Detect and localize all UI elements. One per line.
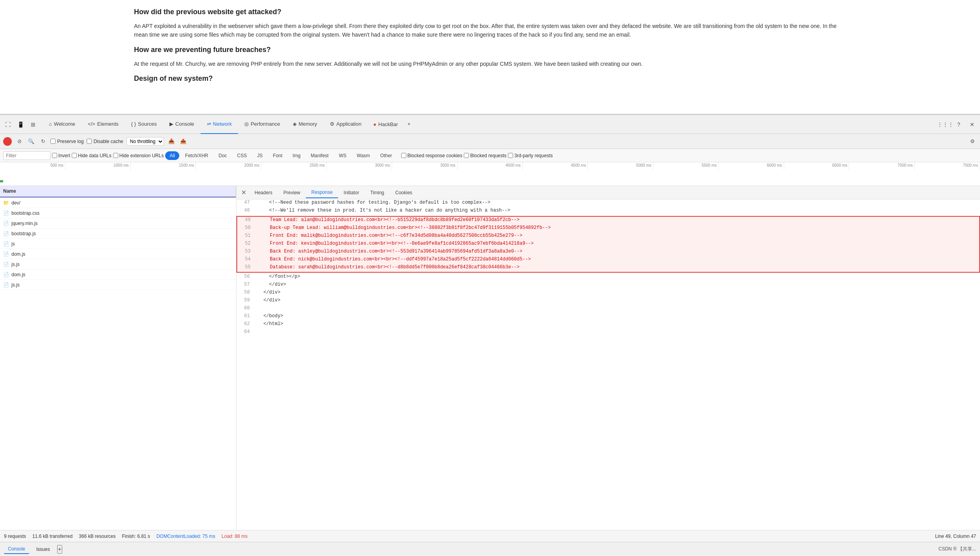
list-item[interactable]: 📄 bootstrap.js	[0, 229, 236, 239]
hide-extensions-label[interactable]: Hide extension URLs	[113, 153, 164, 158]
preserve-log-checkbox[interactable]	[50, 139, 56, 144]
line-num-58: 58	[236, 290, 256, 297]
tab-hackbar[interactable]: ● HackBar	[368, 115, 404, 134]
blocked-cookies-checkbox[interactable]	[401, 153, 406, 158]
blocked-cookies-label[interactable]: Blocked response cookies	[401, 153, 462, 158]
invert-checkbox[interactable]	[52, 153, 57, 158]
filter-other[interactable]: Other	[376, 151, 396, 160]
tab-preview[interactable]: Preview	[278, 188, 306, 198]
blocked-requests-checkbox[interactable]	[464, 153, 469, 158]
devtools-topbar-right: ⋮⋮⋮ ? ✕	[940, 119, 978, 130]
filter-all[interactable]: All	[165, 151, 179, 160]
tab-headers[interactable]: Headers	[249, 188, 278, 198]
clear-button[interactable]: ⊘	[15, 137, 24, 146]
hide-extensions-checkbox[interactable]	[113, 153, 118, 158]
filter-doc[interactable]: Doc	[214, 151, 231, 160]
line-content-62: </html>	[256, 321, 980, 328]
devtools-help-button[interactable]: ?	[953, 119, 964, 130]
code-line-50: 50 Back-up Team Lead: william@bulldogind…	[237, 225, 979, 232]
response-close-button[interactable]: ✕	[238, 187, 249, 198]
code-line-58: 58 </div>	[236, 289, 980, 297]
code-line-55: 55 Database: sarah@bulldogindustries.com…	[237, 264, 979, 272]
list-item[interactable]: 📄 bootstrap.css	[0, 208, 236, 218]
code-line-57: 57 </div>	[236, 281, 980, 289]
finish-time: Finish: 6.81 s	[122, 534, 150, 539]
third-party-checkbox[interactable]	[508, 153, 513, 158]
bottom-tab-issues[interactable]: Issues	[32, 545, 54, 554]
tab-sources[interactable]: { } Sources	[125, 115, 163, 134]
hide-data-urls-checkbox[interactable]	[72, 153, 77, 158]
line-num-47: 47	[236, 200, 256, 207]
filter-img[interactable]: Img	[288, 151, 305, 160]
devtools-inspect-button[interactable]: ⛶	[2, 119, 13, 130]
code-line-62: 62 </html>	[236, 321, 980, 329]
bottom-tab-console[interactable]: Console	[4, 545, 29, 554]
tab-add[interactable]: +	[404, 115, 415, 134]
filter-css[interactable]: CSS	[233, 151, 251, 160]
record-button[interactable]	[3, 137, 12, 146]
list-item[interactable]: 📄 jquery.min.js	[0, 218, 236, 229]
tab-performance[interactable]: ◎ Performance	[238, 115, 286, 134]
tab-console[interactable]: ▶ Console	[163, 115, 201, 134]
devtools-more-button[interactable]: ⋮⋮⋮	[940, 119, 951, 130]
section3-heading: Design of new system?	[134, 74, 846, 83]
load-time[interactable]: Load: 88 ms	[221, 534, 247, 539]
tab-memory[interactable]: ◈ Memory	[286, 115, 324, 134]
file-list-header-name: Name	[0, 186, 236, 197]
devtools-dock-button[interactable]: ⊞	[28, 119, 39, 130]
line-num-49: 49	[237, 217, 257, 224]
devtools-close-button[interactable]: ✕	[967, 119, 978, 130]
code-viewer[interactable]: 47 <!--Need these password hashes for te…	[236, 199, 980, 530]
code-line-49: 49 Team Lead: alan@bulldogindustries.com…	[237, 217, 979, 225]
status-bar: 9 requests 11.6 kB transferred 366 kB re…	[0, 530, 980, 542]
blocked-requests-label[interactable]: Blocked requests	[464, 153, 506, 158]
line-content-55: Database: sarah@bulldogindustries.com<br…	[257, 264, 979, 271]
list-item[interactable]: 📄 js.js	[0, 280, 236, 290]
line-num-48: 48	[236, 208, 256, 215]
throttle-select[interactable]: No throttling	[126, 137, 164, 146]
preserve-log-label[interactable]: Preserve log	[50, 139, 84, 144]
welcome-icon: ⌂	[49, 121, 52, 127]
import-button[interactable]: 📥	[167, 137, 176, 146]
settings-button[interactable]: ⚙	[968, 137, 977, 146]
disable-cache-label[interactable]: Disable cache	[87, 139, 123, 144]
filter-wasm[interactable]: Wasm	[352, 151, 374, 160]
list-item[interactable]: 📁 dev/	[0, 198, 236, 208]
list-item[interactable]: 📄 js	[0, 239, 236, 249]
bottom-add-tab[interactable]: +	[57, 545, 62, 554]
tab-initiator[interactable]: Initiator	[338, 188, 364, 198]
filter-manifest[interactable]: Manifest	[307, 151, 333, 160]
tab-elements[interactable]: </> Elements	[82, 115, 125, 134]
list-item[interactable]: 📄 js.js	[0, 259, 236, 270]
tab-cookies[interactable]: Cookies	[390, 188, 418, 198]
devtools-device-button[interactable]: 📱	[15, 119, 26, 130]
third-party-label[interactable]: 3rd-party requests	[508, 153, 552, 158]
line-num-57: 57	[236, 282, 256, 289]
filter-fetch-xhr[interactable]: Fetch/XHR	[181, 151, 213, 160]
dom-loaded-time[interactable]: DOMContentLoaded: 75 ms	[156, 534, 215, 539]
memory-icon: ◈	[293, 121, 297, 127]
search-button[interactable]: ↻	[39, 137, 47, 146]
hide-data-urls-label[interactable]: Hide data URLs	[72, 153, 112, 158]
filter-toggle-button[interactable]: 🔍	[27, 137, 35, 146]
page-content: How did the previous website get attacke…	[0, 0, 980, 114]
filter-js[interactable]: JS	[253, 151, 267, 160]
domjs2-icon: 📄	[3, 272, 9, 277]
filter-font[interactable]: Font	[269, 151, 287, 160]
list-item[interactable]: 📄 dom.js	[0, 270, 236, 280]
export-button[interactable]: 📤	[179, 137, 188, 146]
list-item[interactable]: 📄 dom.js	[0, 249, 236, 259]
tab-application[interactable]: ⚙ Application	[324, 115, 368, 134]
hackbar-icon: ●	[373, 121, 376, 127]
tab-network[interactable]: ⇌ Network	[201, 115, 238, 134]
filter-ws[interactable]: WS	[335, 151, 351, 160]
marker-5000: 5000 ms	[588, 162, 653, 170]
disable-cache-checkbox[interactable]	[87, 139, 92, 144]
tab-response[interactable]: Response	[306, 187, 338, 198]
line-content-53: Back End: ashley@bulldogindustries.com<b…	[257, 249, 979, 256]
line-content-48: <!--We'll remove these in prod. It's not…	[256, 208, 980, 215]
filter-input[interactable]	[3, 151, 50, 160]
invert-label[interactable]: Invert	[52, 153, 70, 158]
tab-welcome[interactable]: ⌂ Welcome	[43, 115, 82, 134]
tab-timing[interactable]: Timing	[364, 188, 390, 198]
